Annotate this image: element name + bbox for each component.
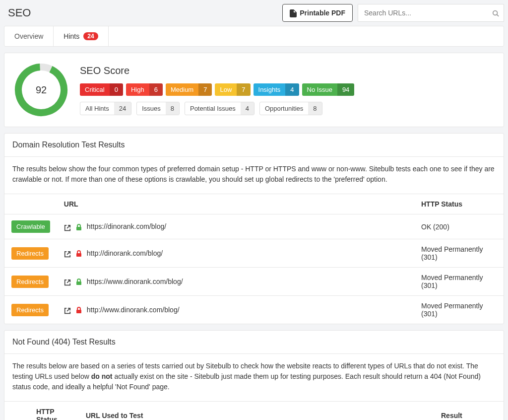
search-wrap: [358, 4, 504, 22]
external-link-icon[interactable]: [64, 250, 71, 257]
pdf-button-label: Printable PDF: [300, 9, 345, 17]
filter-issues[interactable]: Issues8: [136, 102, 180, 115]
badge-label: Critical: [80, 83, 110, 96]
search-input[interactable]: [358, 4, 504, 22]
badge-count: 94: [337, 83, 354, 96]
svg-rect-7: [76, 310, 81, 313]
url-text: http://www.dinorank.com/blog/: [87, 306, 180, 314]
tab-hints[interactable]: Hints 24: [54, 26, 108, 46]
domain-resolution-table: URL HTTP Status Crawlable https://dinora…: [4, 194, 504, 324]
tab-overview[interactable]: Overview: [4, 26, 54, 46]
file-pdf-icon: [290, 8, 297, 17]
badge-medium[interactable]: Medium7: [166, 83, 212, 96]
badge-count: 4: [285, 83, 299, 96]
score-card: 92 SEO Score Critical0 High6 Medium7 Low…: [4, 53, 504, 127]
filter-label: All Hints: [80, 102, 114, 115]
url-text: https://www.dinorank.com/blog/: [87, 278, 183, 285]
search-icon[interactable]: [492, 9, 499, 17]
printable-pdf-button[interactable]: Printable PDF: [282, 4, 353, 21]
filter-count: 24: [114, 102, 131, 115]
lock-insecure-icon: [76, 249, 82, 257]
filter-label: Potential Issues: [185, 102, 241, 115]
badge-high[interactable]: High6: [126, 83, 163, 96]
col-result: Result: [434, 402, 504, 420]
url-text: https://dinorank.com/blog/: [87, 222, 166, 230]
badge-critical[interactable]: Critical0: [80, 83, 123, 96]
col-url: URL: [57, 194, 414, 214]
svg-rect-4: [76, 227, 81, 230]
section-description: The results below are based on a series …: [4, 354, 504, 401]
lock-secure-icon: [76, 222, 82, 230]
external-link-icon[interactable]: [64, 278, 71, 285]
badge-insights[interactable]: Insights4: [254, 83, 299, 96]
filter-label: Issues: [137, 102, 166, 115]
severity-badges: Critical0 High6 Medium7 Low7 Insights4 N…: [80, 83, 494, 96]
score-title: SEO Score: [80, 65, 494, 76]
badge-count: 7: [198, 83, 212, 96]
external-link-icon[interactable]: [64, 306, 71, 313]
table-row: Crawlable https://dinorank.com/blog/ OK …: [4, 214, 504, 239]
status-pill: Crawlable: [11, 220, 50, 233]
filter-count: 8: [308, 102, 321, 115]
badge-count: 6: [149, 83, 163, 96]
status-pill: Redirects: [11, 304, 49, 316]
svg-rect-6: [76, 281, 81, 285]
desc-bold: do not: [91, 372, 113, 380]
tabs: Overview Hints 24: [4, 26, 504, 47]
section-heading: Not Found (404) Test Results: [4, 331, 504, 354]
filter-all-hints[interactable]: All Hints24: [80, 102, 131, 115]
http-status-cell: Moved Permanently (301): [414, 239, 504, 268]
badge-count: 7: [237, 83, 250, 96]
filter-opportunities[interactable]: Opportunities8: [259, 102, 322, 115]
badge-label: High: [126, 83, 149, 96]
badge-noissue[interactable]: No Issue94: [302, 83, 355, 96]
http-status-cell: Moved Permanently (301): [414, 296, 504, 324]
filter-potential-issues[interactable]: Potential Issues4: [185, 102, 254, 115]
filter-count: 4: [241, 102, 254, 115]
tab-label: Overview: [14, 32, 43, 40]
svg-line-1: [497, 15, 499, 17]
http-status-cell: OK (200): [414, 214, 504, 239]
lock-insecure-icon: [76, 306, 82, 314]
section-description: The results below show the four common t…: [4, 157, 504, 194]
badge-label: Insights: [254, 83, 286, 96]
svg-rect-5: [76, 253, 81, 257]
score-value: 92: [36, 84, 47, 96]
col-http-status: HTTP Status: [414, 194, 504, 214]
tab-label: Hints: [64, 32, 79, 40]
http-status-cell: Moved Permanently (301): [414, 268, 504, 296]
badge-label: No Issue: [302, 83, 337, 96]
score-info: SEO Score Critical0 High6 Medium7 Low7 I…: [80, 65, 494, 115]
col-http-status: HTTP Status: [29, 402, 79, 420]
col-url-tested: URL Used to Test: [79, 402, 434, 420]
filter-label: Opportunities: [260, 102, 308, 115]
domain-resolution-section: Domain Resolution Test Results The resul…: [4, 133, 504, 324]
header-actions: Printable PDF: [282, 4, 504, 22]
table-row: Redirects https://www.dinorank.com/blog/…: [4, 268, 504, 296]
badge-count: 0: [110, 83, 123, 96]
filter-badges: All Hints24 Issues8 Potential Issues4 Op…: [80, 102, 494, 115]
status-pill: Redirects: [11, 276, 49, 288]
badge-label: Low: [215, 83, 237, 96]
external-link-icon[interactable]: [64, 223, 71, 230]
badge-low[interactable]: Low7: [215, 83, 250, 96]
table-row: Redirects http://www.dinorank.com/blog/ …: [4, 296, 504, 324]
lock-secure-icon: [76, 278, 82, 285]
status-pill: Redirects: [11, 247, 49, 260]
page-title: SEO: [8, 6, 31, 19]
filter-count: 8: [166, 102, 179, 115]
table-row: Redirects http://dinorank.com/blog/ Move…: [4, 239, 504, 268]
page-header: SEO Printable PDF: [4, 4, 504, 22]
not-found-table: HTTP Status URL Used to Test Result 404 …: [4, 401, 504, 420]
url-text: http://dinorank.com/blog/: [87, 249, 163, 257]
svg-point-0: [493, 11, 498, 15]
score-ring: 92: [14, 63, 68, 117]
hints-count-badge: 24: [83, 32, 98, 40]
badge-label: Medium: [166, 83, 198, 96]
section-heading: Domain Resolution Test Results: [4, 134, 504, 157]
not-found-section: Not Found (404) Test Results The results…: [4, 330, 504, 420]
